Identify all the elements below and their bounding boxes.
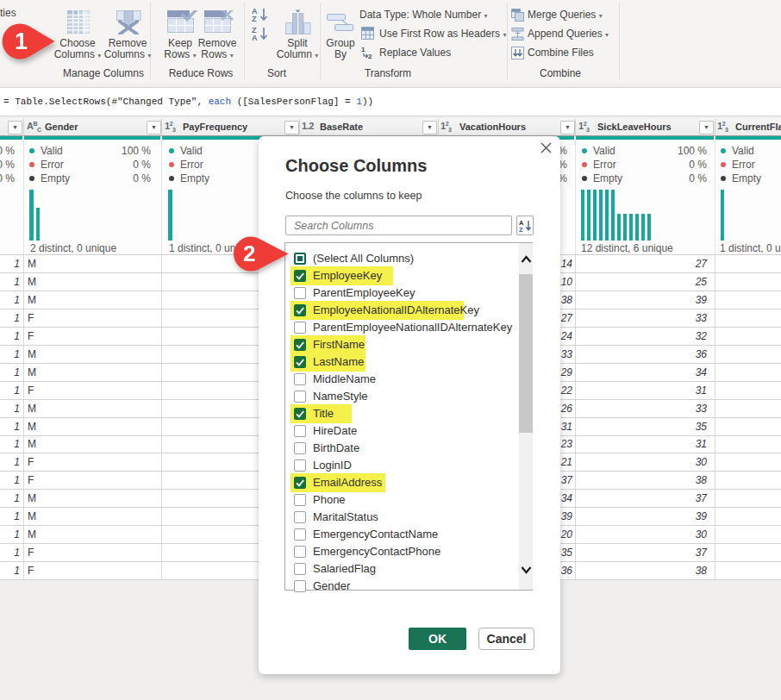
svg-text:2: 2 [243, 241, 255, 266]
svg-text:1: 1 [361, 46, 366, 53]
svg-text:Z: Z [519, 226, 523, 234]
svg-text:2: 2 [368, 53, 372, 59]
svg-text:1: 1 [15, 28, 28, 54]
